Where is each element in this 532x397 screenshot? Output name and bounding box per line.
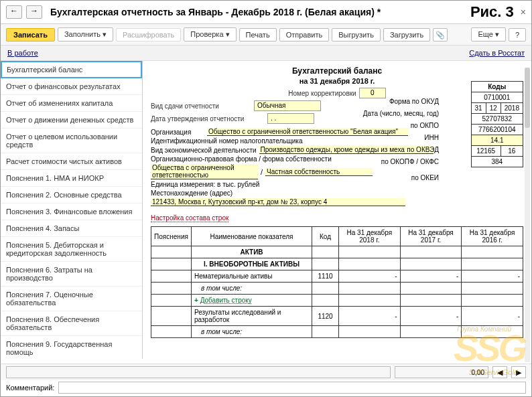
sidebar-item-capital[interactable]: Отчет об изменениях капитала xyxy=(1,95,142,112)
settings-rows-link[interactable]: Настройка состава строк xyxy=(151,214,228,222)
sidebar-item-cashflow[interactable]: Отчет о движении денежных средств xyxy=(1,112,142,129)
attach-icon[interactable]: 📎 xyxy=(433,28,448,42)
correction-label: Номер корректировки xyxy=(288,90,356,97)
bottom-amount[interactable]: 0,00 xyxy=(395,366,488,378)
sidebar-item-balance[interactable]: Бухгалтерский баланс xyxy=(1,61,142,78)
submit-rosstat-link[interactable]: Сдать в Росстат xyxy=(469,49,525,57)
forward-button[interactable]: → xyxy=(26,5,42,19)
sidebar-item-expl2[interactable]: Пояснения 2. Основные средства xyxy=(1,187,142,204)
address-field[interactable]: 121433, Москва г, Кутузовский пр-кт, дом… xyxy=(151,198,405,206)
sidebar-item-expl7[interactable]: Пояснения 7. Оценочные обязательства xyxy=(1,287,142,311)
close-icon[interactable]: × xyxy=(521,7,526,17)
codes-labels: Форма по ОКУД Дата (число, месяц, год) п… xyxy=(363,96,439,184)
content-area: Бухгалтерский баланс на 31 декабря 2018 … xyxy=(143,61,531,359)
send-button[interactable]: Отправить xyxy=(279,28,330,42)
pager-prev[interactable]: ◀ xyxy=(492,366,507,378)
submit-type-field[interactable]: Обычная xyxy=(254,100,321,111)
check-button[interactable]: Проверка ▾ xyxy=(184,27,236,42)
approval-date-label: Дата утверждения отчетности xyxy=(151,115,265,123)
scrollbar[interactable] xyxy=(525,68,530,362)
in-work-link[interactable]: В работе xyxy=(7,49,38,57)
sidebar-item-expl5[interactable]: Пояснения 5. Дебиторская и кредиторская … xyxy=(1,237,142,262)
bottom-desc-field[interactable] xyxy=(6,366,391,378)
comment-label: Комментарий: xyxy=(6,384,54,392)
fill-button[interactable]: Заполнить ▾ xyxy=(58,27,113,42)
sidebar-item-expl4[interactable]: Пояснения 4. Запасы xyxy=(1,220,142,237)
approval-date-field[interactable]: . . xyxy=(267,113,314,124)
sidebar: Бухгалтерский баланс Отчет о финансовых … xyxy=(1,61,143,359)
add-row-link[interactable]: Добавить строку xyxy=(200,297,252,304)
pager-next[interactable]: ▶ xyxy=(511,366,526,378)
sidebar-item-expl8[interactable]: Пояснения 8. Обеспечения обязательств xyxy=(1,311,142,336)
decrypt-button: Расшифровать xyxy=(116,28,181,42)
back-button[interactable]: ← xyxy=(6,5,22,19)
codes-table: Коды 0710001 31122018 52707832 776620010… xyxy=(471,81,524,167)
load-button[interactable]: Загрузить xyxy=(383,28,430,42)
help-button[interactable]: ? xyxy=(509,28,526,42)
unload-button[interactable]: Выгрузить xyxy=(332,28,381,42)
sidebar-item-expl3[interactable]: Пояснения 3. Финансовые вложения xyxy=(1,204,142,220)
figure-label: Рис. 3 xyxy=(470,3,514,21)
sidebar-item-expl1[interactable]: Пояснения 1. НМА и НИОКР xyxy=(1,170,142,187)
sidebar-item-results[interactable]: Отчет о финансовых результатах xyxy=(1,78,142,95)
sidebar-item-expl9[interactable]: Пояснения 9. Государственная помощь xyxy=(1,336,142,359)
sidebar-item-usage[interactable]: Отчет о целевом использовании средств xyxy=(1,129,142,153)
sidebar-item-expl6[interactable]: Пояснения 6. Затраты на производство xyxy=(1,262,142,287)
balance-table: Пояснения Наименование показателя Код На… xyxy=(151,226,523,338)
submit-type-label: Вид сдачи отчетности xyxy=(151,102,251,110)
form-subtitle: на 31 декабря 2018 г. xyxy=(151,77,523,85)
comment-input[interactable] xyxy=(58,382,526,394)
more-button[interactable]: Еще ▾ xyxy=(471,27,505,42)
window-title: Бухгалтерская отчетность за Январь - Дек… xyxy=(50,7,466,17)
print-button[interactable]: Печать xyxy=(239,28,277,42)
sidebar-item-netassets[interactable]: Расчет стоимости чистых активов xyxy=(1,153,142,170)
form-title: Бухгалтерский баланс xyxy=(151,66,523,76)
save-button[interactable]: Записать xyxy=(6,28,55,42)
plus-icon[interactable]: + xyxy=(194,297,198,304)
